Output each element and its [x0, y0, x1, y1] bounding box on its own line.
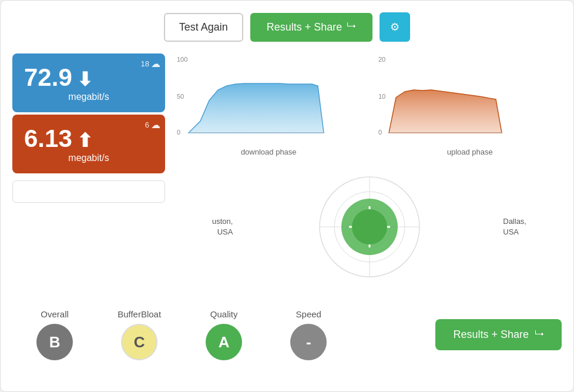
- quality-label: Quality: [210, 309, 238, 319]
- test-again-button[interactable]: Test Again: [164, 13, 243, 42]
- svg-point-8: [352, 209, 387, 244]
- speed-label: Speed: [296, 309, 321, 319]
- upload-chart: 20 10 0: [378, 53, 513, 142]
- download-chart-wrapper: 100 50 0: [177, 53, 361, 156]
- cloud-icon-upload: ☁: [151, 119, 160, 130]
- download-chart-label: download phase: [241, 148, 297, 156]
- share-icon-bottom: ⮡: [535, 330, 544, 340]
- upload-chart-container: 20 10 0: [378, 53, 562, 144]
- compass-area: uston,USA: [177, 168, 562, 286]
- upload-icon: [77, 125, 93, 153]
- upload-y-min: 0: [378, 129, 382, 136]
- download-area: [189, 83, 324, 133]
- upload-y-mid: 10: [378, 93, 385, 100]
- download-speed-value: 72.9: [24, 63, 153, 92]
- grade-quality: Quality A: [182, 309, 266, 360]
- settings-button[interactable]: ⚙: [380, 12, 410, 42]
- speed-grade-circle: -: [290, 324, 327, 360]
- grades-row: Overall B BufferBloat C Quality A Speed …: [12, 303, 562, 360]
- left-panel: 18 ☁ 72.9 megabit/s 6 ☁ 6.13: [12, 53, 165, 286]
- download-chart: 100 50 0: [177, 53, 330, 142]
- upload-speed-value: 6.13: [24, 125, 153, 153]
- settings-icon: ⚙: [390, 21, 400, 33]
- right-panel: 100 50 0: [177, 53, 562, 286]
- quality-grade-circle: A: [206, 324, 242, 360]
- download-icon: [77, 63, 93, 92]
- compass-label-right: Dallas,USA: [503, 216, 526, 237]
- download-unit: megabit/s: [24, 92, 153, 102]
- bufferbloat-label: BufferBloat: [118, 309, 161, 319]
- grade-speed: Speed -: [266, 309, 351, 360]
- upload-unit: megabit/s: [24, 153, 153, 163]
- overall-label: Overall: [41, 309, 69, 319]
- download-chart-container: 100 50 0: [177, 53, 361, 144]
- upload-badge: 6 ☁: [145, 119, 160, 130]
- overall-grade-circle: B: [36, 324, 73, 360]
- results-share-label: Results + Share: [267, 21, 343, 33]
- download-card: 18 ☁ 72.9 megabit/s: [12, 53, 165, 112]
- results-share-bottom-label: Results + Share: [453, 329, 529, 341]
- upload-card: 6 ☁ 6.13 megabit/s: [12, 115, 165, 173]
- search-input[interactable]: [12, 180, 165, 203]
- download-badge: 18 ☁: [141, 58, 160, 69]
- compass-svg: [317, 174, 422, 280]
- header: Test Again Results + Share ⮡ ⚙: [12, 12, 562, 42]
- compass-label-left: uston,USA: [212, 216, 233, 237]
- main-content: 18 ☁ 72.9 megabit/s 6 ☁ 6.13: [12, 53, 562, 286]
- upload-y-max: 20: [378, 56, 385, 63]
- share-icon: ⮡: [347, 22, 356, 32]
- download-y-min: 0: [177, 129, 180, 136]
- upload-badge-count: 6: [145, 120, 149, 129]
- cloud-icon-download: ☁: [151, 58, 160, 69]
- upload-chart-label: upload phase: [447, 148, 493, 156]
- results-share-button[interactable]: Results + Share ⮡: [250, 13, 373, 42]
- upload-chart-wrapper: 20 10 0: [378, 53, 562, 156]
- charts-row: 100 50 0: [177, 53, 562, 156]
- upload-area: [389, 90, 502, 133]
- results-share-bottom-button[interactable]: Results + Share ⮡: [435, 319, 562, 350]
- download-y-mid: 50: [177, 93, 184, 100]
- download-y-max: 100: [177, 56, 187, 63]
- download-badge-count: 18: [141, 59, 149, 68]
- bufferbloat-grade-circle: C: [121, 324, 157, 360]
- main-container: Test Again Results + Share ⮡ ⚙ 18 ☁ 72.9…: [0, 0, 574, 392]
- grade-overall: Overall B: [12, 309, 97, 360]
- grade-bufferbloat: BufferBloat C: [97, 309, 182, 360]
